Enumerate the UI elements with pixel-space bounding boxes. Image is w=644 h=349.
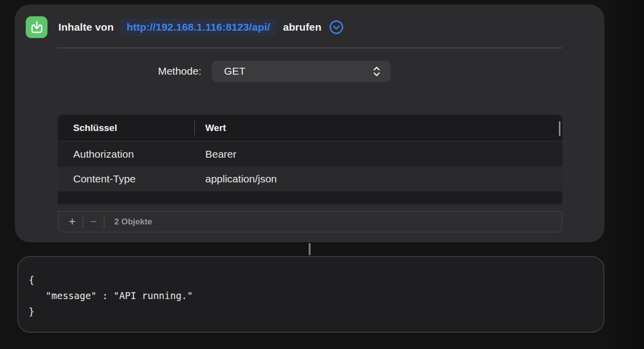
- method-value: GET: [224, 65, 245, 77]
- add-row-button[interactable]: +: [64, 216, 80, 227]
- row-value-field[interactable]: application/json: [195, 173, 277, 185]
- table-row[interactable]: Authorization Bearer: [58, 141, 562, 167]
- table-footer: + − 2 Objekte: [58, 211, 562, 232]
- shortcuts-canvas: Inhalte von http://192.168.1.116:8123/ap…: [0, 0, 644, 349]
- table-empty-row: [58, 191, 562, 204]
- row-value-field[interactable]: Bearer: [195, 148, 236, 160]
- title-prefix: Inhalte von: [58, 21, 114, 33]
- remove-row-button[interactable]: −: [86, 216, 101, 227]
- object-count-label: 2 Objekte: [114, 217, 152, 227]
- result-line: {: [29, 272, 603, 288]
- title-suffix: abrufen: [283, 21, 322, 33]
- result-line: "message" : "API running.": [29, 288, 603, 304]
- square-and-arrow-down-icon: [26, 16, 47, 38]
- headers-table-header: Schlüssel Wert: [58, 115, 562, 141]
- column-header-key: Schlüssel: [58, 123, 194, 133]
- result-line: }: [29, 304, 603, 319]
- table-row[interactable]: Content-Type application/json: [58, 167, 562, 191]
- get-contents-action-card: Inhalte von http://192.168.1.116:8123/ap…: [15, 4, 604, 242]
- footer-divider: [104, 215, 104, 228]
- row-key-field[interactable]: Authorization: [58, 148, 195, 160]
- headers-table: Schlüssel Wert Authorization Bearer Cont…: [58, 115, 562, 204]
- method-row: Methode: GET: [15, 60, 604, 82]
- action-title: Inhalte von http://192.168.1.116:8123/ap…: [58, 16, 344, 38]
- url-token[interactable]: http://192.168.1.116:8123/api/: [120, 19, 276, 36]
- row-key-field[interactable]: Content-Type: [58, 173, 195, 185]
- header-separator: [57, 47, 562, 48]
- column-header-value: Wert: [195, 123, 226, 133]
- result-output-box: { "message" : "API running." }: [17, 256, 604, 333]
- collapse-chevron-down-icon[interactable]: [329, 20, 344, 35]
- flow-connector: [309, 243, 311, 255]
- scrollbar-thumb[interactable]: [559, 121, 560, 136]
- method-label: Methode:: [15, 65, 201, 77]
- method-select[interactable]: GET: [212, 61, 391, 82]
- footer-divider: [83, 215, 83, 228]
- updown-chevrons-icon: [372, 66, 381, 77]
